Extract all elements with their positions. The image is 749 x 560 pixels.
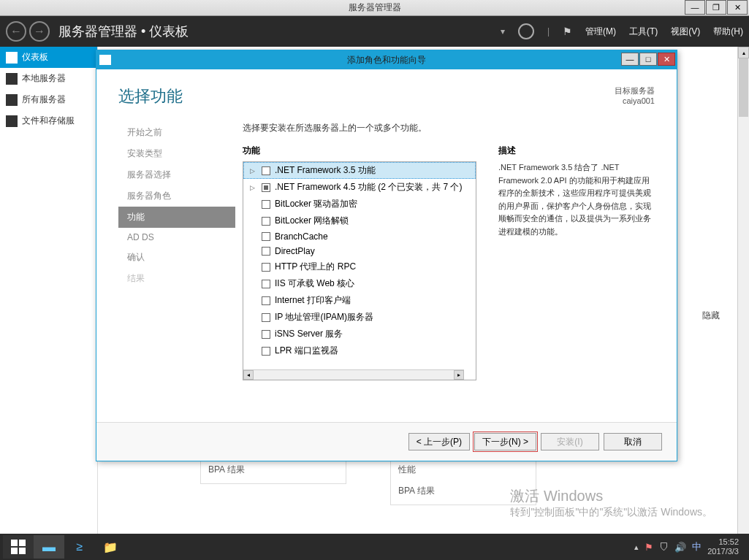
feature-bitlocker-drive[interactable]: BitLocker 驱动器加密 — [243, 196, 476, 212]
main-titlebar: 服务器管理器 — ❐ ✕ — [0, 0, 749, 16]
feature-ipam[interactable]: IP 地址管理(IPAM)服务器 — [243, 309, 476, 326]
server-manager-header: ← → 服务器管理器 • 仪表板 ▾ | ⚑ 管理(M) 工具(T) 视图(V)… — [0, 16, 749, 47]
feature-branchcache[interactable]: BranchCache — [243, 229, 476, 244]
wizard-title: 添加角色和功能向导 — [347, 54, 426, 66]
feature-directplay[interactable]: DirectPlay — [243, 244, 476, 258]
step-features[interactable]: 功能 — [118, 207, 235, 228]
features-hscrollbar[interactable]: ◂▸ — [243, 369, 464, 380]
feature-iis-web[interactable]: IIS 可承载 Web 核心 — [243, 275, 476, 292]
step-install-type[interactable]: 安装类型 — [118, 143, 235, 164]
menu-tools[interactable]: 工具(T) — [629, 26, 658, 38]
feature-checkbox[interactable] — [262, 330, 270, 339]
feature-net45[interactable]: ▷ .NET Framework 4.5 功能 (2 个已安装，共 7 个) — [243, 179, 476, 196]
start-button[interactable] — [3, 535, 34, 559]
features-label: 功能 — [243, 145, 476, 157]
feature-checkbox[interactable] — [262, 166, 270, 175]
wizard-close-button[interactable]: ✕ — [658, 53, 675, 66]
wizard-target: 目标服务器 caiya001 — [615, 85, 655, 105]
tray-network-icon[interactable]: ⛉ — [659, 542, 669, 553]
maximize-button[interactable]: ❐ — [706, 0, 726, 15]
wizard-maximize-button[interactable]: □ — [639, 53, 657, 66]
sidebar-item-dashboard[interactable]: 仪表板 — [0, 47, 97, 68]
cancel-button[interactable]: 取消 — [604, 433, 662, 450]
expand-icon[interactable]: ▷ — [250, 167, 257, 174]
feature-checkbox[interactable] — [262, 280, 270, 288]
features-list: ▷ .NET Framework 3.5 功能 ▷ .NET Framework… — [243, 161, 476, 380]
feature-lpr[interactable]: LPR 端口监视器 — [243, 342, 476, 359]
dropdown-icon[interactable]: ▾ — [501, 26, 505, 37]
feature-checkbox[interactable] — [262, 183, 270, 192]
task-explorer[interactable]: 📁 — [95, 535, 126, 559]
server-icon — [6, 73, 18, 85]
desc-label: 描述 — [498, 145, 652, 157]
activate-windows-watermark: 激活 Windows 转到"控制面板"中的"系统"以激活 Windows。 — [510, 486, 712, 519]
sidebar-item-all-servers[interactable]: 所有服务器 — [0, 89, 97, 110]
clock[interactable]: 15:52 2017/3/3 — [707, 537, 739, 556]
tray-arrow-icon[interactable]: ▴ — [634, 542, 639, 552]
step-result[interactable]: 结果 — [118, 268, 235, 289]
sidebar-item-label: 本地服务器 — [22, 72, 66, 85]
content-desc: 选择要安装在所选服务器上的一个或多个功能。 — [243, 122, 655, 134]
features-scroll[interactable]: ▷ .NET Framework 3.5 功能 ▷ .NET Framework… — [243, 162, 476, 359]
storage-icon — [6, 115, 18, 127]
feature-checkbox[interactable] — [262, 217, 270, 226]
breadcrumb: 服务器管理器 • 仪表板 — [58, 23, 189, 40]
step-server-select[interactable]: 服务器选择 — [118, 164, 235, 185]
menu-view[interactable]: 视图(V) — [671, 26, 700, 38]
servers-icon — [6, 94, 18, 106]
step-adds[interactable]: AD DS — [118, 228, 235, 247]
step-confirm[interactable]: 确认 — [118, 247, 235, 268]
expand-icon[interactable]: ▷ — [250, 184, 257, 191]
flag-icon[interactable]: ⚑ — [563, 26, 572, 37]
step-before[interactable]: 开始之前 — [118, 122, 235, 143]
wizard-icon — [99, 55, 111, 65]
feature-checkbox[interactable] — [262, 200, 270, 209]
close-button[interactable]: ✕ — [727, 0, 748, 15]
task-server-manager[interactable]: ▬ — [34, 535, 64, 559]
feature-http-rpc[interactable]: HTTP 代理上的 RPC — [243, 258, 476, 275]
menu-help[interactable]: 帮助(H) — [713, 26, 743, 38]
prev-button[interactable]: < 上一步(P) — [408, 433, 470, 450]
add-roles-wizard: 添加角色和功能向导 — □ ✕ 选择功能 目标服务器 caiya001 开始之前… — [96, 50, 677, 461]
next-button[interactable]: 下一步(N) > — [474, 433, 536, 450]
feature-checkbox[interactable] — [262, 247, 270, 256]
forward-button[interactable]: → — [29, 21, 50, 42]
tray-sound-icon[interactable]: 🔊 — [674, 542, 686, 553]
sidebar: 仪表板 本地服务器 所有服务器 文件和存储服 — [0, 47, 98, 534]
menu-manage[interactable]: 管理(M) — [585, 26, 616, 38]
sidebar-item-local-server[interactable]: 本地服务器 — [0, 68, 97, 89]
task-powershell[interactable]: ≥ — [64, 535, 95, 559]
step-server-roles[interactable]: 服务器角色 — [118, 185, 235, 207]
feature-checkbox[interactable] — [262, 296, 270, 305]
taskbar: ▬ ≥ 📁 ▴ ⚑ ⛉ 🔊 中 15:52 2017/3/3 — [0, 534, 749, 560]
feature-checkbox[interactable] — [262, 347, 270, 356]
feature-internet-print[interactable]: Internet 打印客户端 — [243, 292, 476, 309]
feature-checkbox[interactable] — [262, 263, 270, 272]
wizard-heading: 选择功能 — [118, 85, 183, 107]
wizard-buttons: < 上一步(P) 下一步(N) > 安装(I) 取消 — [96, 422, 677, 461]
sidebar-item-storage[interactable]: 文件和存储服 — [0, 110, 97, 131]
tray-ime-icon[interactable]: 中 — [692, 540, 702, 553]
install-button[interactable]: 安装(I) — [541, 433, 599, 450]
hide-button[interactable]: 隐藏 — [702, 310, 720, 322]
feature-bitlocker-net[interactable]: BitLocker 网络解锁 — [243, 212, 476, 229]
feature-checkbox[interactable] — [262, 313, 270, 322]
back-button[interactable]: ← — [6, 21, 26, 42]
tray-flag-icon[interactable]: ⚑ — [645, 542, 653, 553]
wizard-titlebar: 添加角色和功能向导 — □ ✕ — [96, 50, 677, 69]
feature-isns[interactable]: iSNS Server 服务 — [243, 326, 476, 342]
feature-checkbox[interactable] — [262, 232, 270, 241]
sidebar-item-label: 仪表板 — [22, 51, 48, 64]
refresh-icon[interactable] — [518, 23, 534, 39]
feature-description: .NET Framework 3.5 结合了 .NET Framework 2.… — [498, 161, 652, 239]
sidebar-item-label: 所有服务器 — [22, 93, 66, 106]
wizard-minimize-button[interactable]: — — [621, 53, 639, 66]
dashboard-icon — [6, 52, 18, 64]
system-tray: ▴ ⚑ ⛉ 🔊 中 15:52 2017/3/3 — [634, 537, 746, 556]
minimize-button[interactable]: — — [685, 0, 705, 15]
feature-net35[interactable]: ▷ .NET Framework 3.5 功能 — [243, 162, 476, 179]
content-scrollbar[interactable]: ▴ — [737, 47, 749, 534]
sidebar-item-label: 文件和存储服 — [22, 115, 75, 127]
wizard-steps: 开始之前 安装类型 服务器选择 服务器角色 功能 AD DS 确认 结果 — [118, 115, 235, 422]
windows-icon — [11, 540, 26, 554]
